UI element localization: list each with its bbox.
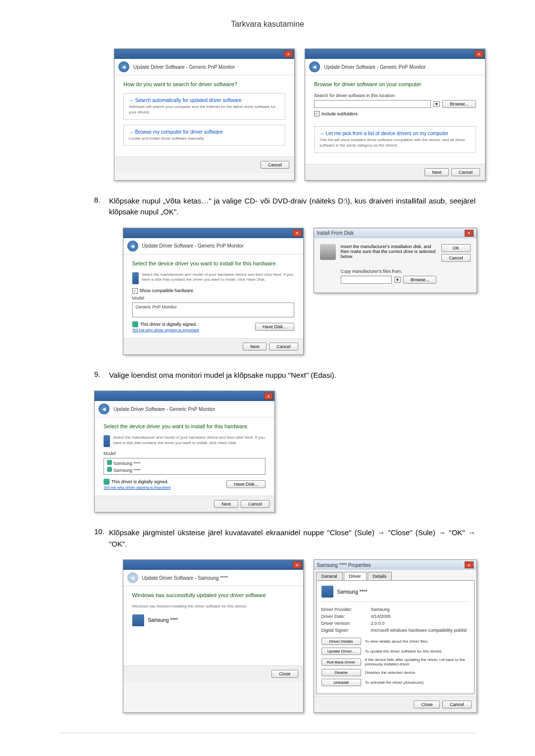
tab-details[interactable]: Details [368,572,392,580]
action-details: Driver Details To view details about the… [321,638,469,645]
props-row-version: Driver Version: 2.0.0.0 [321,620,469,627]
cancel-button[interactable]: Cancel [269,343,298,351]
close-icon[interactable]: × [264,393,273,400]
include-subfolders-row[interactable]: ✓ Include subfolders [314,111,476,116]
driver-details-button[interactable]: Driver Details [321,638,361,645]
browse-button[interactable]: Browse... [442,100,476,108]
update-driver-button[interactable]: Update Driver... [321,648,361,655]
cancel-button[interactable]: Cancel [441,254,470,262]
close-icon[interactable]: × [293,230,302,237]
checkbox-icon: ✓ [314,111,320,116]
shield-icon [132,321,138,327]
ok-button[interactable]: OK [441,244,470,252]
cancel-button[interactable]: Cancel [442,701,471,708]
model-label: Model [132,296,294,301]
dropdown-icon[interactable]: ▾ [433,101,440,107]
option-title: → Let me pick from a list of device driv… [320,131,471,136]
option-title: → Search automatically for updated drive… [129,98,280,103]
close-icon[interactable]: × [293,561,302,568]
step-text: Valige loendist oma monitori mudel ja kl… [109,370,366,381]
dropdown-icon[interactable]: ▾ [394,277,401,283]
option-browse[interactable]: → Browse my computer for driver software… [123,125,285,146]
uninstall-button[interactable]: Uninstall [321,679,361,686]
screenshot-row-2: × ◄ Update Driver Software - Generic PnP… [30,228,505,355]
show-compatible-row[interactable]: ✓ Show compatible hardware [132,288,294,294]
dialog-title: Samsung **** Properties [317,562,371,568]
dialog-footer: Close [123,665,303,682]
dialog-title: Install From Disk [317,230,354,236]
dialog-select-driver: × ◄ Update Driver Software - Generic PnP… [123,228,304,355]
option-desc: Windows will search your computer and th… [129,104,275,114]
dialog-heading: Select the device driver you want to ins… [132,260,294,266]
dialog-heading: Select the device driver you want to ins… [104,423,266,429]
next-button[interactable]: Next [425,168,449,176]
close-icon[interactable]: × [465,561,474,568]
model-list[interactable]: Samsung **** Samsung **** [104,458,266,475]
have-disk-button[interactable]: Have Disk... [255,323,294,331]
disable-button[interactable]: Disable [321,669,361,676]
dialog-search-method: × ◄ Update Driver Software - Generic PnP… [114,49,295,181]
props-value: 4/14/2005 [371,614,391,619]
back-icon[interactable]: ◄ [127,241,138,252]
action-update: Update Driver... To update the driver so… [321,648,469,655]
option-auto-search[interactable]: → Search automatically for updated drive… [123,93,285,120]
screenshot-row-4: × ◄ Update Driver Software - Samsung ***… [30,559,505,713]
cancel-button[interactable]: Cancel [451,168,480,176]
tab-general[interactable]: General [316,572,343,580]
screenshot-row-3: × ◄ Update Driver Software - Generic PnP… [30,391,505,512]
browse-button[interactable]: Browse... [403,276,437,284]
props-value: 2.0.0.0 [371,621,385,626]
close-button[interactable]: Close [271,670,298,678]
next-button[interactable]: Next [214,500,238,508]
path-input[interactable] [341,276,392,284]
signed-row: This driver is digitally signed. Tell me… [104,479,266,490]
page-footer-divider [59,733,476,733]
signed-row: This driver is digitally signed. Tell me… [132,321,294,332]
option-pick-from-list[interactable]: → Let me pick from a list of device driv… [314,126,476,153]
dialog-properties: Samsung **** Properties × General Driver… [314,559,477,713]
signing-link[interactable]: Tell me why driver signing is important [104,485,170,490]
monitor-icon [132,614,144,626]
copy-from-label: Copy manufacturer's files from: [341,269,437,274]
back-icon[interactable]: ◄ [309,61,320,72]
location-row: ▾ Browse... [314,100,476,108]
dialog-title: Update Driver Software - Generic PnP Mon… [133,64,235,70]
action-desc: If the device fails after updating the d… [365,657,469,666]
list-item[interactable]: Generic PnP Monitor [134,304,293,310]
props-label: Digital Signer: [321,628,371,633]
titlebar: × [123,228,303,238]
dialog-body: Windows has successfully updated your dr… [123,586,303,665]
list-item[interactable]: Samsung **** [105,459,264,466]
instruction-text: Select the manufacturer and model of you… [113,435,266,447]
next-button[interactable]: Next [243,343,267,351]
signing-link[interactable]: Tell me why driver signing is important [132,328,199,332]
cancel-button[interactable]: Cancel [261,161,289,169]
close-icon[interactable]: × [465,230,474,237]
titlebar: Install From Disk × [314,228,477,238]
props-value: microsoft windows hardware compatibility… [371,628,467,633]
rollback-button[interactable]: Roll Back Driver [321,658,361,666]
dialog-body: Select the device driver you want to ins… [95,417,274,496]
dialog-success: × ◄ Update Driver Software - Samsung ***… [123,559,304,713]
cancel-button[interactable]: Cancel [241,500,269,508]
props-row-provider: Driver Provider: Samsung [321,606,469,613]
list-item[interactable]: Samsung **** [105,466,264,473]
dialog-footer: Next Cancel [305,164,485,180]
tab-driver[interactable]: Driver [344,572,367,580]
props-label: Driver Date: [321,614,371,619]
have-disk-button[interactable]: Have Disk... [226,480,266,488]
location-input[interactable] [314,100,431,108]
back-icon[interactable]: ◄ [99,403,109,414]
dialog-heading: Windows has successfully updated your dr… [132,592,294,598]
close-icon[interactable]: × [284,50,293,57]
close-button[interactable]: Close [414,701,440,708]
action-desc: To uninstall the driver (Advanced). [365,680,469,685]
page-header: Tarkvara kasutamine [30,20,505,29]
instruction-text: Insert the manufacturer's installation d… [341,244,437,259]
model-list[interactable]: Generic PnP Monitor [132,302,294,317]
action-rollback: Roll Back Driver If the device fails aft… [321,657,469,666]
back-icon[interactable]: ◄ [118,61,129,72]
action-desc: Disables the selected device. [365,670,469,675]
dialog-footer: Next Cancel [95,496,274,512]
close-icon[interactable]: × [475,50,483,57]
